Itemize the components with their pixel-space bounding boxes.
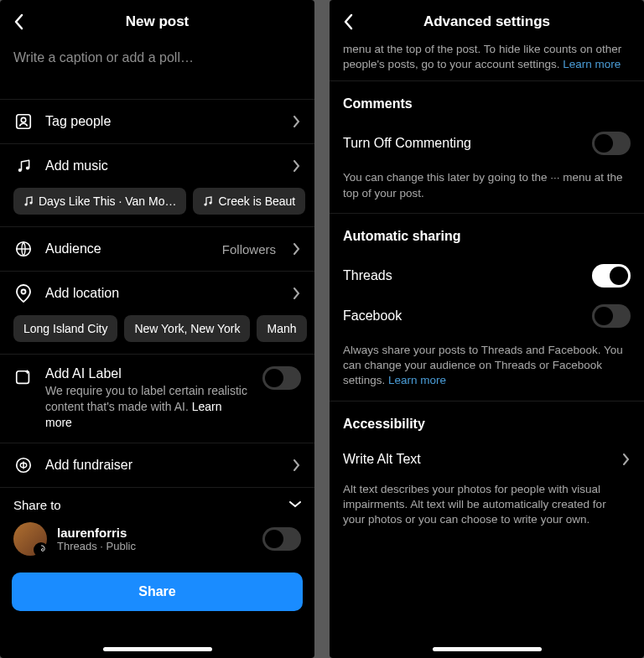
music-note-icon [13,156,34,176]
alt-text-helper: Alt text describes your photos for peopl… [330,479,644,540]
location-chip[interactable]: Long Island City [13,315,117,342]
back-button[interactable] [10,13,27,30]
chevron-left-icon [343,13,353,30]
facebook-toggle[interactable] [592,304,631,328]
account-sub: Threads · Public [57,540,252,552]
music-chip-label: Creek is Beaut [218,194,295,208]
turn-off-commenting-label: Turn Off Commenting [343,136,471,151]
location-chip[interactable]: Manh [257,315,306,342]
svg-point-7 [210,201,212,204]
turn-off-commenting-toggle[interactable] [592,132,631,155]
sharing-helper: Always share your posts to Threads and F… [330,339,644,401]
svg-point-9 [22,290,26,294]
write-alt-text-row[interactable]: Write Alt Text [330,440,644,479]
add-location-label: Add location [45,286,281,301]
threads-label: Threads [343,268,392,283]
new-post-screen: New post Write a caption or add a poll… … [0,0,314,658]
svg-point-5 [29,201,32,204]
chevron-right-icon [293,459,301,471]
music-note-icon [203,195,213,207]
likes-learn-more-link[interactable]: Learn more [563,58,621,70]
threads-toggle[interactable] [592,264,631,288]
share-to-label: Share to [13,498,61,512]
music-chip-label: Days Like This · Van Mo… [39,194,176,208]
header: Advanced settings [330,0,644,42]
location-suggestions: Long Island City New York, New York Manh [0,315,314,354]
ai-label-toggle[interactable] [262,366,301,390]
tag-people-row[interactable]: Tag people [0,99,314,143]
location-pin-icon [13,283,34,303]
add-fundraiser-row[interactable]: Add fundraiser [0,443,314,487]
svg-point-6 [205,203,207,205]
commenting-helper: You can change this later by going to th… [330,167,644,212]
svg-point-1 [21,117,26,122]
page-title: New post [0,13,314,30]
audience-icon [13,239,34,259]
caption-input[interactable]: Write a caption or add a poll… [0,42,314,99]
back-button[interactable] [340,13,356,30]
svg-rect-0 [17,115,31,129]
ai-label-desc: We require you to label certain realisti… [45,383,251,431]
chevron-down-icon [289,501,301,508]
add-music-label: Add music [45,158,281,174]
likes-helper-text: menu at the top of the post. To hide lik… [330,42,644,80]
comments-heading: Comments [330,81,644,120]
page-title: Advanced settings [330,13,644,30]
ai-label-text: Add AI Label We require you to label cer… [45,366,251,431]
chevron-right-icon [293,288,301,299]
audience-value: Followers [222,242,276,256]
header: New post [0,0,314,42]
facebook-label: Facebook [343,308,402,324]
fundraiser-icon [13,455,34,475]
home-indicator[interactable] [103,647,212,651]
chevron-right-icon [293,116,301,127]
add-location-row[interactable]: Add location [0,271,314,315]
advanced-settings-screen: Advanced settings menu at the top of the… [330,0,644,658]
accessibility-heading: Accessibility [330,402,644,440]
music-suggestions: Days Like This · Van Mo… Creek is Beaut [0,188,314,226]
music-chip[interactable]: Creek is Beaut [193,188,305,215]
music-note-icon [23,195,34,207]
add-music-row[interactable]: Add music [0,143,314,188]
threads-badge-icon [34,542,49,557]
turn-off-commenting-row: Turn Off Commenting [330,120,644,167]
ai-sparkle-icon [13,368,34,388]
automatic-sharing-heading: Automatic sharing [330,214,644,252]
tag-people-icon [13,111,34,132]
ai-label-row: Add AI Label We require you to label cer… [0,354,314,443]
svg-point-4 [24,203,27,205]
share-button[interactable]: Share [12,573,303,611]
location-chip-label: New York, New York [134,322,240,335]
music-chip[interactable]: Days Like This · Van Mo… [13,188,186,215]
share-account-row: laurenforris Threads · Public [0,516,314,567]
chevron-right-icon [293,160,301,172]
account-name: laurenforris [57,526,252,540]
svg-point-3 [26,166,29,169]
chevron-right-icon [622,453,631,465]
audience-label: Audience [45,241,210,256]
chevron-right-icon [293,243,301,255]
share-to-header[interactable]: Share to [0,487,314,516]
ai-label-title: Add AI Label [45,366,251,381]
share-threads-toggle[interactable] [262,527,301,551]
chevron-left-icon [13,13,23,30]
location-chip-label: Manh [267,322,296,335]
svg-point-2 [18,168,22,172]
home-indicator[interactable] [433,647,542,651]
location-chip[interactable]: New York, New York [124,315,250,342]
location-chip-label: Long Island City [23,322,107,335]
threads-share-row: Threads [330,252,644,299]
sharing-learn-more-link[interactable]: Learn more [388,374,446,386]
avatar [13,522,47,556]
tag-people-label: Tag people [45,114,281,129]
alt-text-label: Write Alt Text [343,452,421,467]
audience-row[interactable]: Audience Followers [0,226,314,271]
facebook-share-row: Facebook [330,299,644,339]
add-fundraiser-label: Add fundraiser [45,458,281,473]
